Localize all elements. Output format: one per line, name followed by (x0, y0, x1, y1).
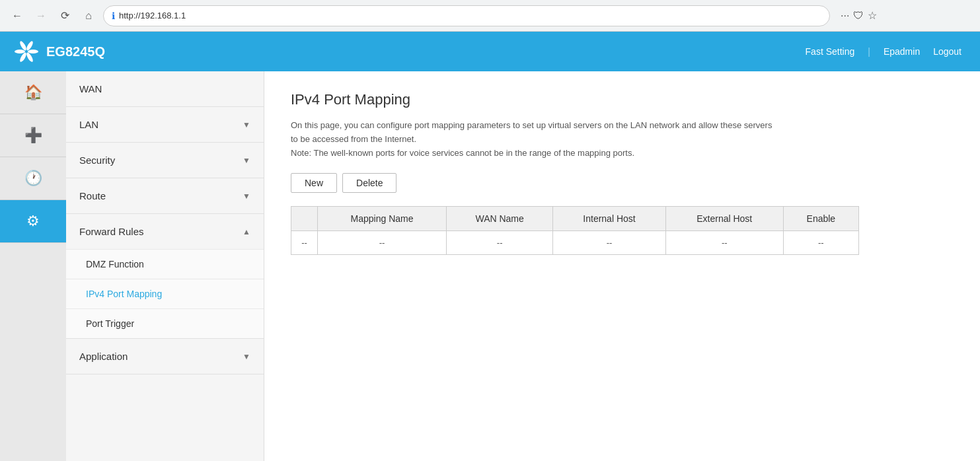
menu-forward-label: Forward Rules (79, 226, 144, 237)
url-text: http://192.168.1.1 (119, 11, 186, 20)
back-button[interactable]: ← (8, 7, 26, 25)
desc-line1: On this page, you can configure port map… (291, 120, 772, 130)
port-mapping-table: Mapping Name WAN Name Internal Host Exte… (291, 206, 859, 255)
more-icon[interactable]: ··· (841, 10, 849, 22)
dmz-label: DMZ Function (86, 259, 144, 269)
delete-button[interactable]: Delete (342, 173, 396, 193)
menu-security-label: Security (79, 155, 115, 166)
sidebar-icon-settings[interactable]: ⚙ (0, 200, 66, 243)
col-enable: Enable (783, 207, 858, 231)
bookmark-icon[interactable]: ☆ (868, 9, 877, 22)
home-icon: 🏠 (24, 84, 42, 101)
header-nav: Fast Setting | Epadmin Logout (800, 46, 967, 57)
row-wan-name: -- (447, 231, 553, 255)
menu-sub-ipv4-port[interactable]: IPv4 Port Mapping (66, 279, 264, 308)
brand-name: EG8245Q (46, 44, 105, 59)
sidebar-icons: 🏠 ➕ 🕐 ⚙ (0, 71, 66, 461)
svg-point-5 (15, 50, 25, 53)
add-icon: ➕ (24, 127, 42, 144)
main-content: IPv4 Port Mapping On this page, you can … (264, 71, 980, 461)
gear-icon: ⚙ (26, 213, 40, 230)
menu-application-header[interactable]: Application ▼ (66, 339, 264, 374)
table-row: -- -- -- -- -- -- (291, 231, 859, 255)
chevron-down-icon-4: ▼ (243, 352, 250, 361)
menu-route-header[interactable]: Route ▼ (66, 178, 264, 213)
fast-setting-link[interactable]: Fast Setting (800, 46, 860, 57)
menu-application-label: Application (79, 351, 128, 362)
chevron-up-icon: ▲ (243, 227, 250, 236)
address-bar[interactable]: ℹ http://192.168.1.1 (103, 5, 830, 26)
logo-area: EG8245Q (13, 38, 105, 65)
security-icon: ℹ (112, 11, 115, 21)
menu-route-label: Route (79, 190, 106, 201)
menu-forward-header[interactable]: Forward Rules ▲ (66, 214, 264, 249)
chevron-down-icon-2: ▼ (243, 156, 250, 165)
col-mapping-name: Mapping Name (318, 207, 447, 231)
svg-point-2 (28, 50, 38, 53)
menu-item-lan[interactable]: LAN ▼ (66, 107, 264, 143)
menu-item-wan[interactable]: WAN (66, 71, 264, 107)
menu-item-application[interactable]: Application ▼ (66, 339, 264, 374)
sidebar-icon-add[interactable]: ➕ (0, 114, 66, 157)
user-link[interactable]: Epadmin (878, 46, 925, 57)
menu-item-security[interactable]: Security ▼ (66, 143, 264, 178)
sidebar-icon-home[interactable]: 🏠 (0, 71, 66, 114)
menu-lan-header[interactable]: LAN ▼ (66, 107, 264, 142)
new-button[interactable]: New (291, 173, 337, 193)
port-trigger-label: Port Trigger (86, 318, 134, 329)
row-internal-host: -- (553, 231, 666, 255)
browser-toolbar: ← → ⟳ ⌂ ℹ http://192.168.1.1 ··· 🛡 ☆ (0, 0, 980, 32)
shield-icon[interactable]: 🛡 (853, 10, 864, 22)
menu-sub-dmz[interactable]: DMZ Function (66, 249, 264, 279)
menu-item-forward-rules[interactable]: Forward Rules ▲ DMZ Function IPv4 Port M… (66, 214, 264, 339)
menu-security-header[interactable]: Security ▼ (66, 143, 264, 178)
row-mapping-name: -- (318, 231, 447, 255)
row-enable: -- (783, 231, 858, 255)
desc-line3: Note: The well-known ports for voice ser… (291, 148, 634, 158)
sidebar-menu: WAN LAN ▼ Security ▼ Route ▼ Forward Rul… (66, 71, 264, 461)
menu-lan-label: LAN (79, 119, 98, 130)
app-header: EG8245Q Fast Setting | Epadmin Logout (0, 32, 980, 71)
chevron-down-icon: ▼ (243, 120, 250, 129)
logout-link[interactable]: Logout (928, 46, 967, 57)
col-internal-host: Internal Host (553, 207, 666, 231)
ipv4-port-label: IPv4 Port Mapping (86, 289, 162, 299)
row-check: -- (291, 231, 318, 255)
browser-actions: ··· 🛡 ☆ (841, 9, 877, 22)
menu-item-route[interactable]: Route ▼ (66, 178, 264, 214)
page-description: On this page, you can configure port map… (291, 119, 833, 160)
page-title: IPv4 Port Mapping (291, 91, 954, 108)
button-bar: New Delete (291, 173, 954, 193)
table-header-row: Mapping Name WAN Name Internal Host Exte… (291, 207, 859, 231)
reload-button[interactable]: ⟳ (56, 7, 74, 25)
col-external-host: External Host (665, 207, 783, 231)
huawei-logo-icon (13, 38, 40, 65)
app-body: 🏠 ➕ 🕐 ⚙ WAN LAN ▼ Security ▼ (0, 71, 980, 461)
col-check (291, 207, 318, 231)
desc-line2: to be accessed from the Internet. (291, 134, 416, 144)
menu-wan-label: WAN (79, 83, 102, 94)
col-wan-name: WAN Name (447, 207, 553, 231)
nav-divider: | (862, 46, 876, 57)
chevron-down-icon-3: ▼ (243, 192, 250, 201)
home-button[interactable]: ⌂ (79, 7, 98, 25)
forward-button[interactable]: → (32, 7, 50, 25)
row-external-host: -- (665, 231, 783, 255)
menu-sub-port-trigger[interactable]: Port Trigger (66, 308, 264, 338)
menu-wan-header[interactable]: WAN (66, 71, 264, 106)
sidebar-icon-clock[interactable]: 🕐 (0, 157, 66, 200)
clock-icon: 🕐 (24, 170, 42, 187)
